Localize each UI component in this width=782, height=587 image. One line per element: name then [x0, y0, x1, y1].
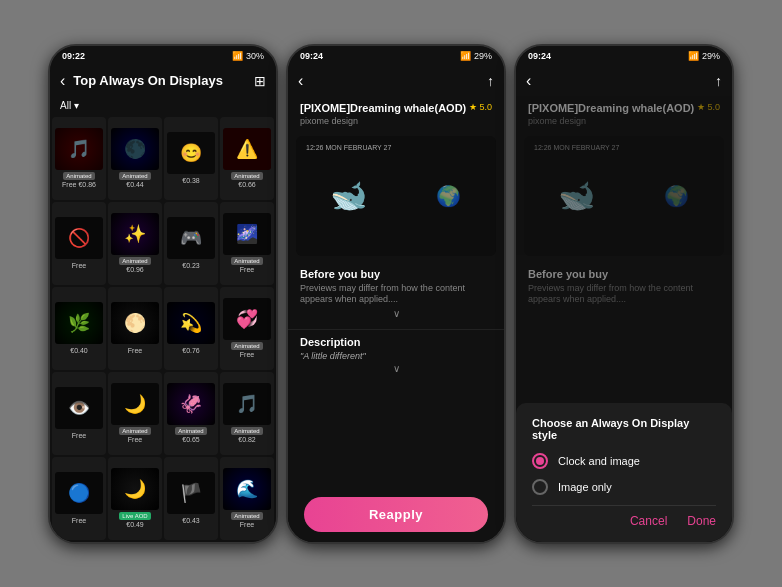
animated-badge: Animated — [119, 257, 150, 265]
animated-badge: Animated — [231, 257, 262, 265]
grid-view-icon[interactable]: ⊞ — [254, 73, 266, 89]
list-item[interactable]: 🌑 Animated €0.44 — [108, 117, 162, 200]
list-item[interactable]: 🚫 Free — [52, 202, 106, 285]
list-item[interactable]: ✨ Animated €0.96 — [108, 202, 162, 285]
aod-thumb: 💞 — [223, 298, 271, 340]
expand-icon-desc[interactable]: ∨ — [300, 361, 492, 376]
expand-icon[interactable]: ∨ — [300, 306, 492, 321]
before-buy-title: Before you buy — [300, 268, 492, 280]
status-bar-2: 09:24 📶 29% — [288, 46, 504, 66]
price-label: Free — [72, 262, 86, 269]
aod-thumb: ⚠️ — [223, 128, 271, 170]
aod-thumb: 🎮 — [167, 217, 215, 259]
app-title-row-3: [PIXOME]Dreaming whale(AOD) ★ 5.0 — [516, 96, 732, 116]
share-icon-2[interactable]: ↑ — [487, 73, 494, 89]
preview-area-3: 12:26 MON FEBRUARY 27 🐋 🌍 — [524, 136, 724, 256]
before-buy-title-3: Before you buy — [528, 268, 720, 280]
list-item[interactable]: 🌌 Animated Free — [220, 202, 274, 285]
dialog-actions: Cancel Done — [532, 505, 716, 528]
time-2: 09:24 — [300, 51, 323, 61]
list-item[interactable]: 👁️ Free — [52, 372, 106, 455]
phone-2: 09:24 📶 29% ‹ ↑ [PIXOME]Dreaming whale(A… — [286, 44, 506, 544]
list-item[interactable]: 🌙 Live AOD €0.49 — [108, 457, 162, 540]
reapply-btn-area: Reapply — [288, 487, 504, 542]
clock-and-image-option[interactable]: Clock and image — [532, 453, 716, 469]
status-bar-3: 09:24 📶 29% — [516, 46, 732, 66]
app-author: pixome design — [288, 116, 504, 132]
status-bar-1: 09:22 📶 30% — [50, 46, 276, 66]
reapply-button[interactable]: Reapply — [304, 497, 488, 532]
aod-preview-main: 🐋 — [319, 166, 379, 226]
list-item[interactable]: 🌙 Animated Free — [108, 372, 162, 455]
list-item[interactable]: 🌊 Animated Free — [220, 457, 274, 540]
animated-badge: Animated — [231, 172, 262, 180]
aod-preview-secondary-3: 🌍 — [652, 171, 702, 221]
animated-badge: Animated — [231, 342, 262, 350]
aod-thumb: 🌊 — [223, 468, 271, 510]
cancel-button[interactable]: Cancel — [630, 514, 667, 528]
aod-thumb: ✨ — [111, 213, 159, 255]
filter-all[interactable]: All ▾ — [60, 100, 79, 111]
animated-badge: Animated — [231, 512, 262, 520]
aod-style-dialog: Choose an Always On Display style Clock … — [516, 403, 732, 542]
price-label: €0.40 — [70, 347, 88, 354]
image-only-label: Image only — [558, 481, 612, 493]
radio-dot-selected — [536, 457, 544, 465]
page-title-1: Top Always On Displays — [73, 73, 254, 88]
list-item[interactable]: 🎵 Animated €0.82 — [220, 372, 274, 455]
price-label: Free — [128, 347, 142, 354]
price-label: €0.96 — [126, 266, 144, 273]
before-buy-section-3: Before you buy Previews may differ from … — [516, 260, 732, 314]
back-button-1[interactable]: ‹ — [60, 72, 65, 90]
preview-time-3: 12:26 MON FEBRUARY 27 — [534, 144, 619, 151]
list-item[interactable]: ⚠️ Animated €0.66 — [220, 117, 274, 200]
list-item[interactable]: 🎮 €0.23 — [164, 202, 218, 285]
price-label: Free — [240, 351, 254, 358]
back-button-2[interactable]: ‹ — [298, 72, 303, 90]
app-author-3: pixome design — [516, 116, 732, 132]
dialog-title: Choose an Always On Display style — [532, 417, 716, 441]
animated-badge: Animated — [63, 172, 94, 180]
price-label: Free — [240, 266, 254, 273]
battery-2: 📶 29% — [460, 51, 492, 61]
aod-preview-main-3: 🐋 — [547, 166, 607, 226]
app-title-row: [PIXOME]Dreaming whale(AOD) ★ 5.0 — [288, 96, 504, 116]
before-buy-text: Previews may differ from how the content… — [300, 283, 492, 306]
aod-preview-secondary: 🌍 — [424, 171, 474, 221]
list-item[interactable]: 😊 €0.38 — [164, 117, 218, 200]
phones-container: 09:22 📶 30% ‹ Top Always On Displays ⊞ A… — [0, 0, 782, 587]
price-label: €0.49 — [126, 521, 144, 528]
radio-image-only[interactable] — [532, 479, 548, 495]
list-item[interactable]: 🔵 Free — [52, 457, 106, 540]
done-button[interactable]: Done — [687, 514, 716, 528]
image-only-option[interactable]: Image only — [532, 479, 716, 495]
star-rating: ★ 5.0 — [469, 102, 492, 112]
description-title: Description — [300, 336, 492, 348]
aod-thumb: 💫 — [167, 302, 215, 344]
radio-clock-image[interactable] — [532, 453, 548, 469]
share-icon-3[interactable]: ↑ — [715, 73, 722, 89]
list-item[interactable]: 🎵 Animated Free €0.86 — [52, 117, 106, 200]
aod-thumb: 👁️ — [55, 387, 103, 429]
list-item[interactable]: 🌕 Free — [108, 287, 162, 370]
list-item[interactable]: 🌿 €0.40 — [52, 287, 106, 370]
list-item[interactable]: 💫 €0.76 — [164, 287, 218, 370]
price-label: Free — [72, 517, 86, 524]
filter-row: All ▾ — [50, 96, 276, 115]
preview-time: 12:26 MON FEBRUARY 27 — [306, 144, 391, 151]
before-buy-section: Before you buy Previews may differ from … — [288, 260, 504, 329]
price-label: €0.65 — [182, 436, 200, 443]
battery-3: 📶 29% — [688, 51, 720, 61]
preview-area-2: 12:26 MON FEBRUARY 27 🐋 🌍 — [296, 136, 496, 256]
phone-1: 09:22 📶 30% ‹ Top Always On Displays ⊞ A… — [48, 44, 278, 544]
list-item[interactable]: 💞 Animated Free — [220, 287, 274, 370]
p2-header: ‹ ↑ — [288, 66, 504, 96]
aod-grid: 🎵 Animated Free €0.86 🌑 Animated €0.44 😊… — [50, 115, 276, 542]
list-item[interactable]: 🏴 €0.43 — [164, 457, 218, 540]
aod-thumb: 🔵 — [55, 472, 103, 514]
list-item[interactable]: 🦑 Animated €0.65 — [164, 372, 218, 455]
back-button-3[interactable]: ‹ — [526, 72, 531, 90]
animated-badge: Animated — [119, 427, 150, 435]
aod-thumb: 🌌 — [223, 213, 271, 255]
aod-thumb: 🎵 — [55, 128, 103, 170]
